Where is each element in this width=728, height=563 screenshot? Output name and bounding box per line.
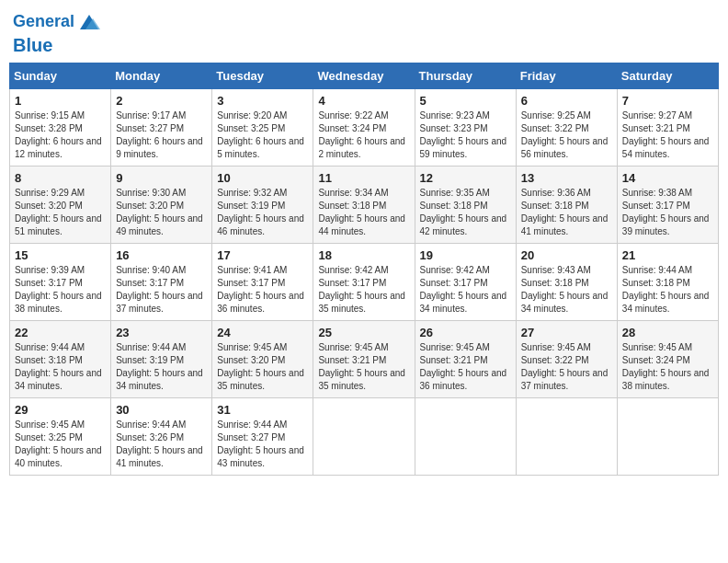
day-info: Sunrise: 9:29 AM Sunset: 3:20 PM Dayligh… xyxy=(15,187,106,238)
day-info: Sunrise: 9:17 AM Sunset: 3:27 PM Dayligh… xyxy=(116,109,207,161)
calendar-cell: 3 Sunrise: 9:20 AM Sunset: 3:25 PM Dayli… xyxy=(212,89,313,167)
calendar-week-row: 1 Sunrise: 9:15 AM Sunset: 3:28 PM Dayli… xyxy=(10,89,719,167)
calendar-cell: 17 Sunrise: 9:41 AM Sunset: 3:17 PM Dayl… xyxy=(212,244,313,321)
calendar-cell xyxy=(516,398,617,476)
day-number: 8 xyxy=(15,171,106,185)
day-number: 17 xyxy=(217,248,308,262)
calendar-header-row: SundayMondayTuesdayWednesdayThursdayFrid… xyxy=(10,63,719,89)
day-info: Sunrise: 9:44 AM Sunset: 3:18 PM Dayligh… xyxy=(15,341,106,393)
day-info: Sunrise: 9:44 AM Sunset: 3:18 PM Dayligh… xyxy=(622,264,713,316)
logo-icon xyxy=(76,9,102,35)
day-info: Sunrise: 9:45 AM Sunset: 3:24 PM Dayligh… xyxy=(622,341,713,393)
calendar-cell: 13 Sunrise: 9:36 AM Sunset: 3:18 PM Dayl… xyxy=(516,167,617,244)
calendar-cell: 7 Sunrise: 9:27 AM Sunset: 3:21 PM Dayli… xyxy=(617,89,718,167)
day-number: 7 xyxy=(622,94,713,108)
day-info: Sunrise: 9:38 AM Sunset: 3:17 PM Dayligh… xyxy=(622,187,713,238)
calendar-cell: 18 Sunrise: 9:42 AM Sunset: 3:17 PM Dayl… xyxy=(313,244,415,321)
day-number: 28 xyxy=(622,326,713,339)
day-number: 1 xyxy=(15,94,106,108)
day-info: Sunrise: 9:44 AM Sunset: 3:27 PM Dayligh… xyxy=(217,419,308,470)
day-number: 21 xyxy=(622,248,713,262)
calendar-cell xyxy=(415,398,516,476)
day-info: Sunrise: 9:23 AM Sunset: 3:23 PM Dayligh… xyxy=(420,109,511,161)
day-number: 29 xyxy=(15,403,106,417)
calendar-week-row: 8 Sunrise: 9:29 AM Sunset: 3:20 PM Dayli… xyxy=(10,167,719,244)
day-info: Sunrise: 9:25 AM Sunset: 3:22 PM Dayligh… xyxy=(521,109,612,161)
logo-blue: Blue xyxy=(13,35,102,55)
day-of-week-header: Wednesday xyxy=(313,63,415,89)
day-info: Sunrise: 9:45 AM Sunset: 3:20 PM Dayligh… xyxy=(217,341,308,393)
day-number: 2 xyxy=(116,94,207,108)
day-info: Sunrise: 9:44 AM Sunset: 3:19 PM Dayligh… xyxy=(116,341,207,393)
day-info: Sunrise: 9:20 AM Sunset: 3:25 PM Dayligh… xyxy=(217,109,308,161)
day-number: 31 xyxy=(217,403,308,417)
day-number: 4 xyxy=(318,94,409,108)
calendar-cell: 1 Sunrise: 9:15 AM Sunset: 3:28 PM Dayli… xyxy=(10,89,111,167)
day-info: Sunrise: 9:42 AM Sunset: 3:17 PM Dayligh… xyxy=(420,264,511,316)
day-of-week-header: Tuesday xyxy=(212,63,313,89)
day-number: 30 xyxy=(116,403,207,417)
day-info: Sunrise: 9:45 AM Sunset: 3:21 PM Dayligh… xyxy=(420,341,511,393)
day-info: Sunrise: 9:43 AM Sunset: 3:18 PM Dayligh… xyxy=(521,264,612,316)
calendar-cell: 25 Sunrise: 9:45 AM Sunset: 3:21 PM Dayl… xyxy=(313,321,415,398)
day-number: 9 xyxy=(116,171,207,185)
calendar-cell: 9 Sunrise: 9:30 AM Sunset: 3:20 PM Dayli… xyxy=(111,167,212,244)
day-of-week-header: Monday xyxy=(111,63,212,89)
day-info: Sunrise: 9:32 AM Sunset: 3:19 PM Dayligh… xyxy=(217,187,308,238)
calendar-cell: 12 Sunrise: 9:35 AM Sunset: 3:18 PM Dayl… xyxy=(415,167,516,244)
day-of-week-header: Thursday xyxy=(415,63,516,89)
day-of-week-header: Saturday xyxy=(617,63,718,89)
calendar-cell: 31 Sunrise: 9:44 AM Sunset: 3:27 PM Dayl… xyxy=(212,398,313,476)
logo: General Blue xyxy=(13,9,102,55)
day-number: 12 xyxy=(420,171,511,185)
calendar-cell: 22 Sunrise: 9:44 AM Sunset: 3:18 PM Dayl… xyxy=(10,321,111,398)
calendar-table: SundayMondayTuesdayWednesdayThursdayFrid… xyxy=(9,63,719,476)
calendar-week-row: 22 Sunrise: 9:44 AM Sunset: 3:18 PM Dayl… xyxy=(10,321,719,398)
day-number: 6 xyxy=(521,94,612,108)
day-info: Sunrise: 9:22 AM Sunset: 3:24 PM Dayligh… xyxy=(318,109,409,161)
day-info: Sunrise: 9:34 AM Sunset: 3:18 PM Dayligh… xyxy=(318,187,409,238)
day-number: 27 xyxy=(521,326,612,339)
day-number: 18 xyxy=(318,248,409,262)
calendar-cell: 23 Sunrise: 9:44 AM Sunset: 3:19 PM Dayl… xyxy=(111,321,212,398)
day-info: Sunrise: 9:30 AM Sunset: 3:20 PM Dayligh… xyxy=(116,187,207,238)
day-info: Sunrise: 9:44 AM Sunset: 3:26 PM Dayligh… xyxy=(116,419,207,470)
day-info: Sunrise: 9:40 AM Sunset: 3:17 PM Dayligh… xyxy=(116,264,207,316)
day-number: 20 xyxy=(521,248,612,262)
calendar-cell: 30 Sunrise: 9:44 AM Sunset: 3:26 PM Dayl… xyxy=(111,398,212,476)
day-info: Sunrise: 9:41 AM Sunset: 3:17 PM Dayligh… xyxy=(217,264,308,316)
day-number: 13 xyxy=(521,171,612,185)
calendar-cell: 28 Sunrise: 9:45 AM Sunset: 3:24 PM Dayl… xyxy=(617,321,718,398)
calendar-cell: 8 Sunrise: 9:29 AM Sunset: 3:20 PM Dayli… xyxy=(10,167,111,244)
calendar-cell: 5 Sunrise: 9:23 AM Sunset: 3:23 PM Dayli… xyxy=(415,89,516,167)
day-info: Sunrise: 9:45 AM Sunset: 3:22 PM Dayligh… xyxy=(521,341,612,393)
day-number: 15 xyxy=(15,248,106,262)
calendar-cell: 15 Sunrise: 9:39 AM Sunset: 3:17 PM Dayl… xyxy=(10,244,111,321)
day-info: Sunrise: 9:45 AM Sunset: 3:21 PM Dayligh… xyxy=(318,341,409,393)
day-number: 26 xyxy=(420,326,511,339)
day-number: 10 xyxy=(217,171,308,185)
calendar-cell: 11 Sunrise: 9:34 AM Sunset: 3:18 PM Dayl… xyxy=(313,167,415,244)
day-number: 5 xyxy=(420,94,511,108)
day-number: 19 xyxy=(420,248,511,262)
day-number: 23 xyxy=(116,326,207,339)
day-info: Sunrise: 9:36 AM Sunset: 3:18 PM Dayligh… xyxy=(521,187,612,238)
calendar-cell: 26 Sunrise: 9:45 AM Sunset: 3:21 PM Dayl… xyxy=(415,321,516,398)
day-number: 14 xyxy=(622,171,713,185)
calendar-cell: 6 Sunrise: 9:25 AM Sunset: 3:22 PM Dayli… xyxy=(516,89,617,167)
day-info: Sunrise: 9:45 AM Sunset: 3:25 PM Dayligh… xyxy=(15,419,106,470)
calendar-week-row: 29 Sunrise: 9:45 AM Sunset: 3:25 PM Dayl… xyxy=(10,398,719,476)
day-number: 3 xyxy=(217,94,308,108)
calendar-cell: 24 Sunrise: 9:45 AM Sunset: 3:20 PM Dayl… xyxy=(212,321,313,398)
day-info: Sunrise: 9:42 AM Sunset: 3:17 PM Dayligh… xyxy=(318,264,409,316)
logo-text: General xyxy=(13,13,74,31)
calendar-cell: 21 Sunrise: 9:44 AM Sunset: 3:18 PM Dayl… xyxy=(617,244,718,321)
calendar-cell: 2 Sunrise: 9:17 AM Sunset: 3:27 PM Dayli… xyxy=(111,89,212,167)
day-number: 11 xyxy=(318,171,409,185)
calendar-cell: 29 Sunrise: 9:45 AM Sunset: 3:25 PM Dayl… xyxy=(10,398,111,476)
calendar-week-row: 15 Sunrise: 9:39 AM Sunset: 3:17 PM Dayl… xyxy=(10,244,719,321)
calendar-cell xyxy=(617,398,718,476)
day-number: 25 xyxy=(318,326,409,339)
calendar-cell: 27 Sunrise: 9:45 AM Sunset: 3:22 PM Dayl… xyxy=(516,321,617,398)
day-info: Sunrise: 9:35 AM Sunset: 3:18 PM Dayligh… xyxy=(420,187,511,238)
